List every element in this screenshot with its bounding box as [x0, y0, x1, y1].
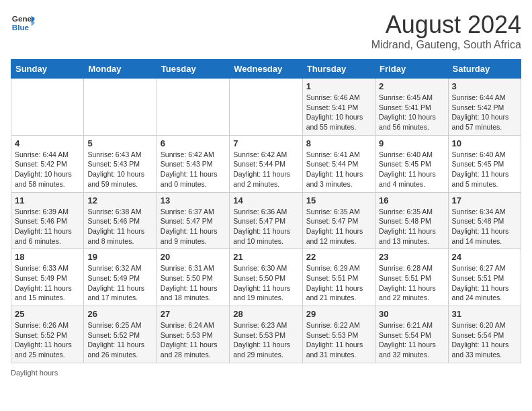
day-cell	[11, 79, 84, 136]
week-row-2: 4Sunrise: 6:44 AM Sunset: 5:42 PM Daylig…	[11, 135, 521, 192]
day-info: Sunrise: 6:25 AM Sunset: 5:52 PM Dayligh…	[87, 320, 152, 360]
calendar-subtitle: Midrand, Gauteng, South Africa	[371, 39, 521, 51]
day-info: Sunrise: 6:42 AM Sunset: 5:43 PM Dayligh…	[161, 150, 226, 189]
week-row-3: 11Sunrise: 6:39 AM Sunset: 5:46 PM Dayli…	[11, 192, 521, 249]
day-cell: 13Sunrise: 6:37 AM Sunset: 5:47 PM Dayli…	[157, 192, 229, 249]
day-info: Sunrise: 6:20 AM Sunset: 5:54 PM Dayligh…	[452, 320, 517, 360]
calendar-table: SundayMondayTuesdayWednesdayThursdayFrid…	[11, 59, 521, 363]
day-number: 24	[452, 252, 517, 262]
day-info: Sunrise: 6:36 AM Sunset: 5:47 PM Dayligh…	[233, 207, 298, 246]
day-cell: 10Sunrise: 6:40 AM Sunset: 5:45 PM Dayli…	[448, 135, 521, 192]
page-header: General Blue August 2024 Midrand, Gauten…	[11, 11, 521, 51]
day-info: Sunrise: 6:45 AM Sunset: 5:41 PM Dayligh…	[379, 93, 444, 132]
day-number: 28	[233, 309, 298, 319]
day-number: 17	[452, 195, 517, 205]
day-number: 18	[15, 252, 80, 262]
day-info: Sunrise: 6:39 AM Sunset: 5:46 PM Dayligh…	[15, 207, 80, 246]
day-number: 27	[161, 309, 226, 319]
day-cell: 9Sunrise: 6:40 AM Sunset: 5:45 PM Daylig…	[375, 135, 448, 192]
day-number: 12	[87, 195, 152, 205]
day-info: Sunrise: 6:44 AM Sunset: 5:42 PM Dayligh…	[452, 93, 517, 132]
day-number: 15	[306, 195, 371, 205]
day-number: 5	[87, 138, 152, 148]
day-number: 1	[306, 81, 371, 91]
day-number: 8	[306, 138, 371, 148]
weekday-header-thursday: Thursday	[302, 60, 375, 79]
week-row-1: 1Sunrise: 6:46 AM Sunset: 5:41 PM Daylig…	[11, 79, 521, 136]
day-number: 14	[233, 195, 298, 205]
day-number: 23	[379, 252, 444, 262]
day-cell: 22Sunrise: 6:29 AM Sunset: 5:51 PM Dayli…	[302, 249, 375, 306]
day-cell: 28Sunrise: 6:23 AM Sunset: 5:53 PM Dayli…	[230, 306, 302, 363]
day-cell	[230, 79, 302, 136]
day-cell: 6Sunrise: 6:42 AM Sunset: 5:43 PM Daylig…	[157, 135, 229, 192]
day-cell: 8Sunrise: 6:41 AM Sunset: 5:44 PM Daylig…	[302, 135, 375, 192]
logo-icon: General Blue	[11, 11, 35, 35]
day-info: Sunrise: 6:46 AM Sunset: 5:41 PM Dayligh…	[306, 93, 371, 132]
day-cell	[84, 79, 157, 136]
day-cell: 20Sunrise: 6:31 AM Sunset: 5:50 PM Dayli…	[157, 249, 229, 306]
day-cell: 4Sunrise: 6:44 AM Sunset: 5:42 PM Daylig…	[11, 135, 84, 192]
day-cell: 29Sunrise: 6:22 AM Sunset: 5:53 PM Dayli…	[302, 306, 375, 363]
day-cell: 12Sunrise: 6:38 AM Sunset: 5:46 PM Dayli…	[84, 192, 157, 249]
day-number: 4	[15, 138, 80, 148]
day-cell: 21Sunrise: 6:30 AM Sunset: 5:50 PM Dayli…	[230, 249, 302, 306]
day-info: Sunrise: 6:32 AM Sunset: 5:49 PM Dayligh…	[87, 263, 152, 303]
day-number: 21	[233, 252, 298, 262]
day-info: Sunrise: 6:35 AM Sunset: 5:48 PM Dayligh…	[379, 207, 444, 246]
day-cell: 2Sunrise: 6:45 AM Sunset: 5:41 PM Daylig…	[375, 79, 448, 136]
weekday-header-monday: Monday	[84, 60, 157, 79]
calendar-title: August 2024	[371, 11, 521, 39]
day-cell: 31Sunrise: 6:20 AM Sunset: 5:54 PM Dayli…	[448, 306, 521, 363]
day-cell: 18Sunrise: 6:33 AM Sunset: 5:49 PM Dayli…	[11, 249, 84, 306]
day-cell: 17Sunrise: 6:34 AM Sunset: 5:48 PM Dayli…	[448, 192, 521, 249]
day-info: Sunrise: 6:44 AM Sunset: 5:42 PM Dayligh…	[15, 150, 80, 189]
day-cell: 7Sunrise: 6:42 AM Sunset: 5:44 PM Daylig…	[230, 135, 302, 192]
svg-text:Blue: Blue	[12, 23, 30, 32]
day-info: Sunrise: 6:29 AM Sunset: 5:51 PM Dayligh…	[306, 263, 371, 303]
day-number: 6	[161, 138, 226, 148]
day-info: Sunrise: 6:37 AM Sunset: 5:47 PM Dayligh…	[161, 207, 226, 246]
day-number: 2	[379, 81, 444, 91]
weekday-header-saturday: Saturday	[448, 60, 521, 79]
day-number: 29	[306, 309, 371, 319]
day-info: Sunrise: 6:21 AM Sunset: 5:54 PM Dayligh…	[379, 320, 444, 360]
day-number: 10	[452, 138, 517, 148]
weekday-header-friday: Friday	[375, 60, 448, 79]
day-info: Sunrise: 6:27 AM Sunset: 5:51 PM Dayligh…	[452, 263, 517, 303]
week-row-5: 25Sunrise: 6:26 AM Sunset: 5:52 PM Dayli…	[11, 306, 521, 363]
title-block: August 2024 Midrand, Gauteng, South Afri…	[371, 11, 521, 51]
day-info: Sunrise: 6:40 AM Sunset: 5:45 PM Dayligh…	[379, 150, 444, 189]
day-info: Sunrise: 6:24 AM Sunset: 5:53 PM Dayligh…	[161, 320, 226, 360]
day-info: Sunrise: 6:30 AM Sunset: 5:50 PM Dayligh…	[233, 263, 298, 303]
day-info: Sunrise: 6:33 AM Sunset: 5:49 PM Dayligh…	[15, 263, 80, 303]
day-number: 7	[233, 138, 298, 148]
day-cell: 30Sunrise: 6:21 AM Sunset: 5:54 PM Dayli…	[375, 306, 448, 363]
day-cell: 3Sunrise: 6:44 AM Sunset: 5:42 PM Daylig…	[448, 79, 521, 136]
day-cell: 1Sunrise: 6:46 AM Sunset: 5:41 PM Daylig…	[302, 79, 375, 136]
day-info: Sunrise: 6:42 AM Sunset: 5:44 PM Dayligh…	[233, 150, 298, 189]
day-cell: 15Sunrise: 6:35 AM Sunset: 5:47 PM Dayli…	[302, 192, 375, 249]
day-number: 30	[379, 309, 444, 319]
day-info: Sunrise: 6:41 AM Sunset: 5:44 PM Dayligh…	[306, 150, 371, 189]
day-cell: 25Sunrise: 6:26 AM Sunset: 5:52 PM Dayli…	[11, 306, 84, 363]
day-cell: 14Sunrise: 6:36 AM Sunset: 5:47 PM Dayli…	[230, 192, 302, 249]
weekday-header-sunday: Sunday	[11, 60, 84, 79]
day-number: 16	[379, 195, 444, 205]
day-cell: 23Sunrise: 6:28 AM Sunset: 5:51 PM Dayli…	[375, 249, 448, 306]
day-cell: 19Sunrise: 6:32 AM Sunset: 5:49 PM Dayli…	[84, 249, 157, 306]
day-cell: 5Sunrise: 6:43 AM Sunset: 5:43 PM Daylig…	[84, 135, 157, 192]
weekday-header-tuesday: Tuesday	[157, 60, 229, 79]
day-number: 19	[87, 252, 152, 262]
day-cell: 16Sunrise: 6:35 AM Sunset: 5:48 PM Dayli…	[375, 192, 448, 249]
footer-note: Daylight hours	[11, 369, 521, 377]
day-info: Sunrise: 6:38 AM Sunset: 5:46 PM Dayligh…	[87, 207, 152, 246]
day-info: Sunrise: 6:28 AM Sunset: 5:51 PM Dayligh…	[379, 263, 444, 303]
day-info: Sunrise: 6:40 AM Sunset: 5:45 PM Dayligh…	[452, 150, 517, 189]
day-info: Sunrise: 6:34 AM Sunset: 5:48 PM Dayligh…	[452, 207, 517, 246]
day-number: 20	[161, 252, 226, 262]
day-info: Sunrise: 6:22 AM Sunset: 5:53 PM Dayligh…	[306, 320, 371, 360]
day-cell: 26Sunrise: 6:25 AM Sunset: 5:52 PM Dayli…	[84, 306, 157, 363]
day-info: Sunrise: 6:23 AM Sunset: 5:53 PM Dayligh…	[233, 320, 298, 360]
day-number: 26	[87, 309, 152, 319]
